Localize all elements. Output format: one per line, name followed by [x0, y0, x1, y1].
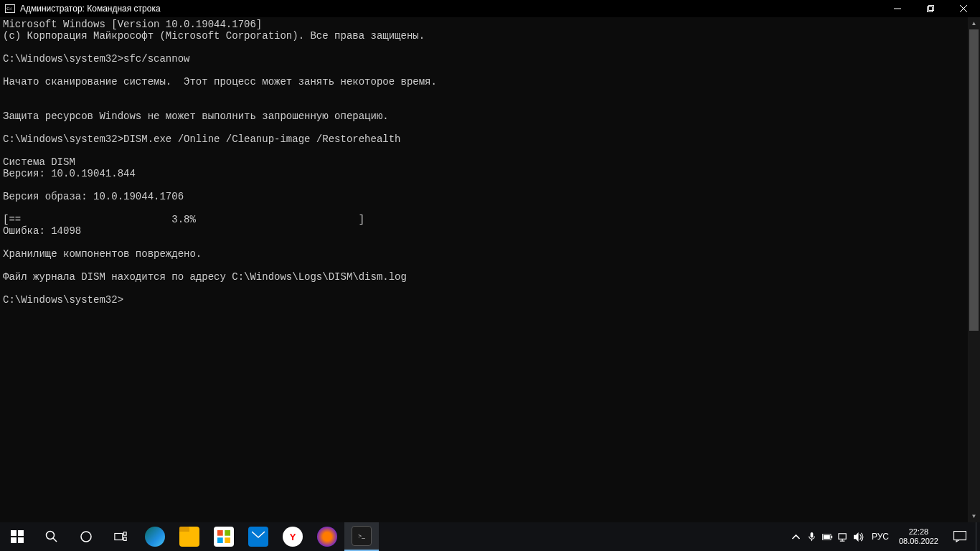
taskbar-app-edge[interactable]: [138, 522, 172, 551]
svg-rect-27: [839, 533, 846, 539]
console-output[interactable]: Microsoft Windows [Version 10.0.19044.17…: [0, 17, 968, 522]
close-button[interactable]: [947, 0, 980, 17]
svg-rect-9: [11, 537, 17, 543]
svg-rect-19: [217, 537, 223, 543]
task-view-button[interactable]: [103, 522, 138, 551]
svg-rect-10: [18, 537, 24, 543]
cmd-window: C:\ Администратор: Командная строка Micr…: [0, 0, 980, 522]
svg-rect-26: [824, 535, 830, 539]
maximize-button[interactable]: [914, 0, 947, 17]
tray-chevron-icon[interactable]: [788, 522, 804, 551]
scroll-up-button[interactable]: ▲: [968, 17, 980, 29]
clock-time: 22:28: [899, 527, 938, 537]
window-title: Администратор: Командная строка: [20, 4, 161, 14]
taskbar-app-store[interactable]: [207, 522, 241, 551]
action-center-button[interactable]: [944, 522, 976, 551]
svg-rect-17: [217, 530, 223, 536]
svg-rect-3: [928, 7, 933, 12]
taskbar-left: Y >_: [0, 522, 379, 551]
cortana-button[interactable]: [69, 522, 103, 551]
svg-rect-20: [225, 537, 230, 543]
svg-rect-14: [115, 534, 123, 540]
svg-rect-25: [831, 535, 833, 537]
clock-date: 08.06.2022: [899, 537, 938, 546]
svg-rect-22: [811, 532, 814, 537]
svg-rect-15: [124, 532, 127, 536]
svg-point-11: [47, 532, 55, 540]
svg-line-12: [53, 538, 57, 542]
tray-volume-icon[interactable]: [852, 522, 867, 551]
taskbar-right: РУС 22:28 08.06.2022: [788, 522, 980, 551]
console-wrap: Microsoft Windows [Version 10.0.19044.17…: [0, 17, 980, 522]
svg-marker-30: [854, 532, 859, 541]
svg-rect-8: [18, 530, 24, 536]
svg-rect-4: [929, 6, 934, 11]
scroll-down-button[interactable]: ▼: [968, 510, 980, 522]
svg-rect-7: [11, 530, 17, 536]
svg-rect-16: [124, 537, 127, 541]
language-indicator[interactable]: РУС: [867, 522, 893, 551]
scroll-thumb[interactable]: [969, 29, 979, 331]
vertical-scrollbar[interactable]: ▲ ▼: [968, 17, 980, 522]
show-desktop-button[interactable]: [976, 522, 980, 551]
taskbar-app-explorer[interactable]: [172, 522, 207, 551]
clock[interactable]: 22:28 08.06.2022: [893, 522, 944, 551]
start-button[interactable]: [0, 522, 34, 551]
taskbar: Y >_ РУС 22:28 08.06.2022: [0, 522, 980, 551]
taskbar-app-media[interactable]: [310, 522, 344, 551]
svg-point-13: [81, 532, 91, 542]
taskbar-app-yandex[interactable]: Y: [275, 522, 310, 551]
tray-network-icon[interactable]: [836, 522, 852, 551]
taskbar-app-cmd[interactable]: >_: [344, 522, 379, 551]
tray-battery-icon[interactable]: [820, 522, 836, 551]
cmd-icon: C:\: [4, 3, 16, 14]
svg-rect-18: [225, 530, 230, 536]
tray-microphone-icon[interactable]: [804, 522, 820, 551]
search-button[interactable]: [34, 522, 69, 551]
minimize-button[interactable]: [881, 0, 914, 17]
taskbar-app-mail[interactable]: [241, 522, 275, 551]
svg-rect-31: [954, 532, 966, 540]
titlebar[interactable]: C:\ Администратор: Командная строка: [0, 0, 980, 17]
svg-text:C:\: C:\: [6, 6, 12, 11]
